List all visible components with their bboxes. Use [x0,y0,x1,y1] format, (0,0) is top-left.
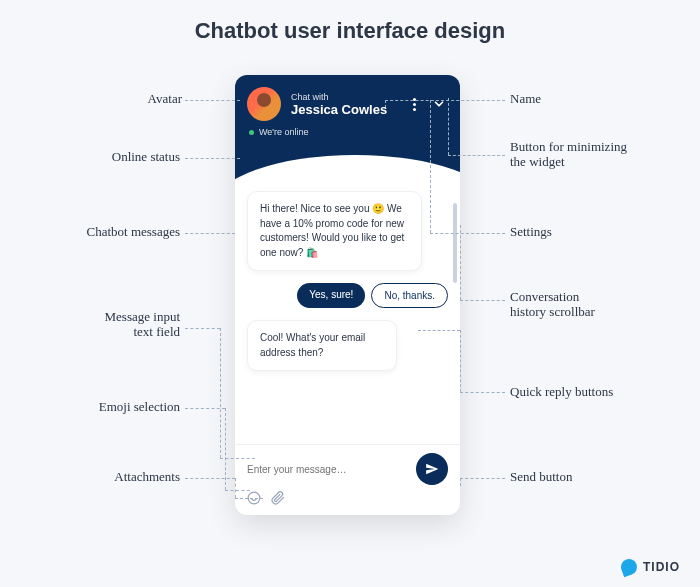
bot-message: Hi there! Nice to see you 🙂 We have a 10… [247,191,422,271]
scrollbar[interactable] [453,203,457,283]
annotation-message-input: Message input text field [55,310,180,340]
avatar[interactable] [247,87,281,121]
annotation-name: Name [510,92,541,107]
quick-reply-no[interactable]: No, thanks. [371,283,448,308]
brand-logo: TIDIO [621,559,680,575]
attachment-icon[interactable] [271,491,285,505]
agent-name: Jessica Cowles [291,102,409,117]
minimize-button[interactable] [430,95,448,113]
annotation-avatar: Avatar [72,92,182,107]
online-status: We're online [235,125,460,139]
annotation-online-status: Online status [55,150,180,165]
widget-header: Chat with Jessica Cowles We're online [235,75,460,183]
annotation-attachments: Attachments [55,470,180,485]
brand-icon [619,557,640,578]
chat-widget: Chat with Jessica Cowles We're online Hi… [235,75,460,515]
annotation-chatbot-messages: Chatbot messages [45,225,180,240]
page-title: Chatbot user interface design [0,0,700,44]
status-text: We're online [259,127,309,137]
annotation-emoji-selection: Emoji selection [55,400,180,415]
settings-button[interactable] [409,94,420,115]
bot-message: Cool! What's your email address then? [247,320,397,371]
message-input[interactable] [247,464,408,475]
status-dot-icon [249,130,254,135]
annotation-send-button: Send button [510,470,572,485]
brand-text: TIDIO [643,560,680,574]
annotation-scrollbar: Conversation history scrollbar [510,290,595,320]
input-area [235,444,460,515]
annotation-settings: Settings [510,225,552,240]
chat-with-label: Chat with [291,92,409,102]
annotation-minimize: Button for minimizing the widget [510,140,627,170]
annotation-quick-reply: Quick reply buttons [510,385,613,400]
quick-reply-yes[interactable]: Yes, sure! [297,283,365,308]
send-button[interactable] [416,453,448,485]
quick-reply-row: Yes, sure! No, thanks. [247,283,448,308]
message-area: Hi there! Nice to see you 🙂 We have a 10… [235,183,460,444]
